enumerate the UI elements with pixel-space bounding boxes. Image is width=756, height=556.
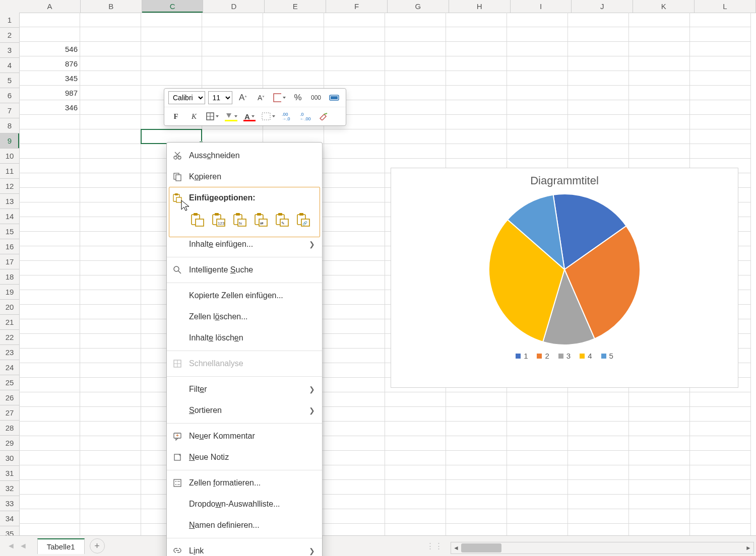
cell[interactable] — [141, 13, 202, 27]
row-header[interactable]: 19 — [0, 285, 19, 300]
cell[interactable] — [385, 100, 446, 115]
cell[interactable]: 876 — [19, 56, 80, 71]
legend-item[interactable]: 2 — [537, 352, 549, 360]
cell[interactable] — [690, 451, 751, 465]
cell[interactable] — [141, 71, 202, 86]
font-size-select[interactable]: 11 — [208, 91, 233, 104]
row-header[interactable]: 16 — [0, 239, 19, 254]
link-menu-item[interactable]: Link ❯ — [167, 540, 322, 556]
cell[interactable] — [446, 436, 507, 451]
cell[interactable] — [446, 56, 507, 71]
pie-chart[interactable]: Diagrammtitel 12345 — [391, 168, 738, 388]
cell[interactable] — [507, 13, 568, 27]
cell[interactable] — [629, 86, 690, 100]
cell[interactable] — [385, 13, 446, 27]
cell[interactable] — [324, 378, 385, 392]
row-header[interactable]: 30 — [0, 451, 19, 466]
row-header[interactable]: 15 — [0, 224, 19, 239]
chart-title[interactable]: Diagrammtitel — [391, 174, 738, 187]
cell[interactable] — [19, 246, 80, 261]
cell[interactable] — [19, 451, 80, 465]
cell[interactable] — [324, 290, 385, 305]
cell[interactable] — [690, 86, 751, 100]
cell[interactable] — [385, 129, 446, 144]
cell[interactable] — [568, 407, 629, 422]
cell[interactable] — [446, 129, 507, 144]
cell[interactable] — [19, 422, 80, 436]
cell[interactable] — [568, 129, 629, 144]
clear-contents-menu-item[interactable]: Inhalte löschen — [167, 327, 322, 349]
cell[interactable] — [507, 524, 568, 536]
row-header[interactable]: 18 — [0, 269, 19, 285]
row-header[interactable]: 12 — [0, 179, 19, 194]
cell[interactable] — [80, 42, 141, 56]
cell[interactable] — [507, 465, 568, 480]
cell[interactable] — [80, 392, 141, 407]
scroll-thumb[interactable] — [461, 543, 501, 552]
cell[interactable] — [690, 422, 751, 436]
column-header[interactable]: E — [265, 0, 326, 13]
cell[interactable] — [19, 115, 80, 129]
cell[interactable] — [690, 480, 751, 495]
row-header[interactable]: 26 — [0, 390, 19, 405]
decrease-font-button[interactable]: A˅ — [254, 91, 269, 104]
cell[interactable] — [80, 56, 141, 71]
cell[interactable] — [324, 392, 385, 407]
cell[interactable] — [80, 290, 141, 305]
cell[interactable] — [507, 115, 568, 129]
tab-nav-buttons[interactable]: ◄ ► — [0, 541, 34, 550]
cell[interactable] — [324, 71, 385, 86]
cell[interactable] — [324, 129, 385, 144]
cell[interactable] — [690, 129, 751, 144]
cell[interactable] — [629, 56, 690, 71]
row-header[interactable]: 3 — [0, 43, 19, 58]
row-header[interactable]: 10 — [0, 149, 19, 164]
cell[interactable] — [263, 56, 324, 71]
cell[interactable] — [80, 465, 141, 480]
cell[interactable] — [80, 71, 141, 86]
cell[interactable]: 546 — [19, 42, 80, 56]
cell[interactable] — [629, 524, 690, 536]
cell[interactable] — [690, 71, 751, 86]
cell[interactable] — [19, 275, 80, 290]
cell[interactable] — [385, 407, 446, 422]
cell[interactable] — [568, 465, 629, 480]
row-header[interactable]: 17 — [0, 254, 19, 269]
legend-item[interactable]: 5 — [601, 352, 613, 360]
cell[interactable] — [80, 129, 141, 144]
cell[interactable] — [19, 27, 80, 42]
cell[interactable] — [629, 465, 690, 480]
column-header[interactable]: G — [388, 0, 449, 13]
cell[interactable] — [629, 100, 690, 115]
cell[interactable] — [690, 100, 751, 115]
new-comment-menu-item[interactable]: + Neuer Kommentar — [167, 426, 322, 447]
font-color-button[interactable]: A — [242, 110, 257, 123]
cell[interactable] — [385, 115, 446, 129]
cell[interactable] — [385, 86, 446, 100]
select-all-corner[interactable] — [0, 0, 20, 13]
cell[interactable] — [690, 436, 751, 451]
format-cells-menu-item[interactable]: Zellen formatieren... — [167, 472, 322, 494]
cell[interactable] — [324, 524, 385, 536]
cut-menu-item[interactable]: Ausschneiden — [167, 145, 322, 166]
cell[interactable] — [80, 144, 141, 159]
cell[interactable] — [690, 42, 751, 56]
cell[interactable] — [324, 495, 385, 509]
cell[interactable] — [629, 509, 690, 524]
cell[interactable] — [324, 305, 385, 319]
increase-decimal-button[interactable]: .0←.00 — [298, 110, 313, 123]
cell[interactable] — [324, 480, 385, 495]
cell[interactable] — [80, 100, 141, 115]
cell[interactable] — [690, 524, 751, 536]
chart-legend[interactable]: 12345 — [391, 352, 738, 360]
cell[interactable] — [324, 202, 385, 217]
row-header[interactable]: 33 — [0, 496, 19, 511]
cell[interactable] — [507, 495, 568, 509]
cell[interactable] — [507, 480, 568, 495]
cell[interactable] — [80, 451, 141, 465]
cell[interactable] — [507, 144, 568, 159]
column-header[interactable]: A — [19, 0, 81, 13]
borders-button[interactable] — [205, 110, 220, 123]
cell[interactable] — [385, 465, 446, 480]
cell[interactable] — [19, 144, 80, 159]
